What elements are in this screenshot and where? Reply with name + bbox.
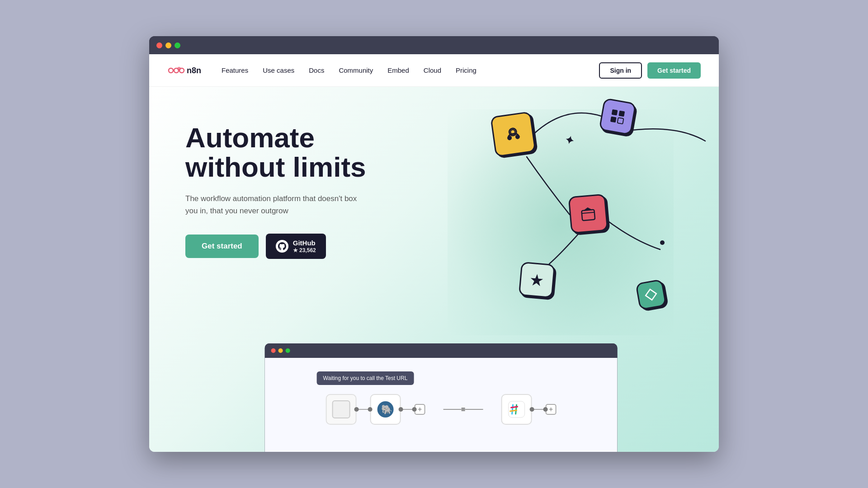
separator-line	[443, 409, 462, 410]
app-preview-content: Waiting for you to call the Test URL	[265, 358, 618, 452]
hero-buttons: Get started GitHub ★ 23,562	[185, 234, 366, 259]
svg-point-5	[177, 67, 181, 70]
hero-title: Automate without limits	[185, 123, 366, 182]
postgres-icon: 🐘	[377, 400, 395, 418]
browser-window: n8n Features Use cases Docs Community Em…	[149, 36, 719, 452]
workflow-group-2: +	[501, 394, 557, 425]
app-preview-titlebar	[265, 343, 618, 358]
browser-content: n8n Features Use cases Docs Community Em…	[149, 54, 719, 452]
svg-point-8	[507, 136, 512, 141]
separator-dot	[462, 408, 465, 411]
hero-subtitle: The workflow automation platform that do…	[185, 192, 357, 217]
slack-icon	[508, 400, 526, 418]
svg-rect-13	[610, 117, 617, 123]
teal-cube-icon	[642, 286, 659, 303]
github-stars: ★ 23,562	[293, 247, 316, 253]
svg-text:🐘: 🐘	[381, 404, 392, 415]
svg-rect-14	[618, 117, 624, 124]
cube-webhook	[490, 111, 536, 157]
navbar: n8n Features Use cases Docs Community Em…	[149, 54, 719, 87]
github-name: GitHub	[293, 239, 316, 247]
svg-rect-15	[581, 210, 595, 221]
workflow-connector-2	[401, 409, 415, 410]
svg-point-0	[169, 68, 173, 73]
notion-icon	[607, 106, 628, 127]
trigger-icon	[332, 400, 350, 418]
workflow-separator	[443, 408, 483, 411]
hero-section: Automate without limits The workflow aut…	[149, 87, 719, 452]
workflow-tooltip: Waiting for you to call the Test URL	[317, 371, 414, 385]
svg-rect-11	[612, 109, 618, 116]
browser-titlebar	[149, 36, 719, 54]
traffic-light-minimize[interactable]	[165, 42, 171, 48]
preview-tl-green	[286, 348, 290, 353]
getstarted-hero-button[interactable]: Get started	[185, 235, 259, 258]
cube-package	[568, 194, 609, 234]
preview-tl-yellow	[278, 348, 283, 353]
getstarted-nav-button[interactable]: Get started	[647, 62, 701, 79]
star-icon: ★	[529, 270, 545, 290]
app-preview-window: Waiting for you to call the Test URL	[265, 343, 618, 452]
workflow-postgres-node[interactable]: 🐘	[370, 394, 401, 425]
webhook-icon	[500, 122, 526, 147]
hero-illustration: ✦	[439, 87, 719, 367]
nav-link-features[interactable]: Features	[222, 66, 248, 74]
connector-dot-left-1	[354, 407, 359, 412]
signin-button[interactable]: Sign in	[599, 62, 642, 79]
workflow-connector-3	[532, 409, 546, 410]
svg-point-10	[510, 129, 515, 134]
nav-link-community[interactable]: Community	[339, 66, 373, 74]
svg-line-22	[511, 407, 518, 408]
workflow-connector-1	[357, 409, 370, 410]
traffic-lights	[156, 42, 180, 48]
nav-link-docs[interactable]: Docs	[309, 66, 324, 74]
separator-line-2	[465, 409, 483, 410]
connector-dot-right-3	[543, 407, 548, 412]
nav-actions: Sign in Get started	[599, 62, 701, 79]
cube-teal	[635, 279, 667, 310]
workflow-group-1: Waiting for you to call the Test URL	[326, 394, 425, 425]
connector-dot-right-2	[412, 407, 417, 412]
github-icon	[276, 240, 288, 253]
nav-link-use-cases[interactable]: Use cases	[263, 66, 294, 74]
svg-rect-12	[618, 111, 625, 117]
workflow-trigger-node[interactable]	[326, 394, 357, 425]
nav-links: Features Use cases Docs Community Embed …	[222, 66, 599, 74]
package-icon	[577, 203, 599, 225]
logo[interactable]: n8n	[167, 64, 203, 77]
preview-tl-red	[271, 348, 276, 353]
workflow-slack-node[interactable]	[501, 394, 532, 425]
logo-svg: n8n	[167, 64, 203, 77]
traffic-light-maximize[interactable]	[175, 42, 180, 48]
nav-link-pricing[interactable]: Pricing	[456, 66, 476, 74]
nav-link-embed[interactable]: Embed	[387, 66, 409, 74]
nav-link-cloud[interactable]: Cloud	[424, 66, 441, 74]
connector-dot-left-2	[399, 407, 403, 412]
github-text: GitHub ★ 23,562	[293, 239, 316, 253]
cube-star: ★	[519, 262, 555, 298]
traffic-light-close[interactable]	[156, 42, 162, 48]
svg-line-20	[512, 405, 513, 414]
cube-notion	[599, 98, 636, 135]
svg-text:n8n: n8n	[187, 66, 201, 75]
plus-cross-decoration: ✦	[564, 133, 576, 148]
small-dot-decoration	[660, 240, 665, 245]
github-button[interactable]: GitHub ★ 23,562	[266, 234, 326, 259]
connector-dot-left-3	[530, 407, 534, 412]
hero-left: Automate without limits The workflow aut…	[185, 114, 366, 259]
connector-dot-right-1	[368, 407, 373, 412]
svg-line-23	[510, 410, 517, 411]
